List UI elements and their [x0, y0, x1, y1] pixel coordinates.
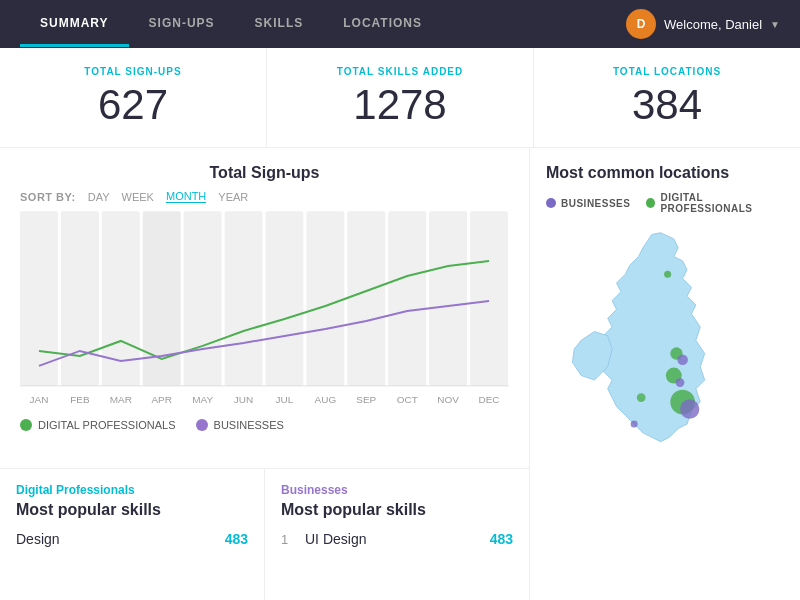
svg-text:NOV: NOV [437, 394, 459, 405]
svg-rect-0 [20, 211, 58, 386]
stat-locations-label: TOTAL LOCATIONS [613, 66, 721, 77]
skill-count-biz-design: 483 [490, 531, 513, 547]
right-panel: Most common locations BUSINESSES DIGITAL… [530, 148, 800, 600]
user-menu[interactable]: D Welcome, Daniel ▼ [626, 9, 780, 39]
stat-skills-value: 1278 [353, 81, 446, 129]
svg-text:AUG: AUG [315, 394, 337, 405]
skill-item-design: Design 483 [16, 531, 248, 547]
svg-rect-9 [388, 211, 426, 386]
svg-rect-11 [470, 211, 508, 386]
stat-locations-value: 384 [632, 81, 702, 129]
tab-locations[interactable]: LOCATIONS [323, 2, 442, 47]
svg-text:DEC: DEC [479, 394, 500, 405]
avatar: D [626, 9, 656, 39]
tab-signups[interactable]: SIGN-UPS [129, 2, 235, 47]
stat-signups-label: TOTAL SIGN-UPS [84, 66, 181, 77]
user-greeting: Welcome, Daniel [664, 17, 762, 32]
stat-skills: TOTAL SKILLS ADDED 1278 [267, 48, 534, 147]
tab-summary[interactable]: SUMMARY [20, 2, 129, 47]
skill-name-biz-design: UI Design [305, 531, 482, 547]
svg-text:JUN: JUN [234, 394, 253, 405]
map-legend-businesses: BUSINESSES [546, 192, 630, 214]
chevron-down-icon: ▼ [770, 19, 780, 30]
sort-label: SORT BY: [20, 191, 76, 203]
skills-biz-heading: Most popular skills [281, 501, 513, 519]
stat-skills-label: TOTAL SKILLS ADDED [337, 66, 464, 77]
sort-year[interactable]: YEAR [218, 191, 248, 203]
legend-label-digital: DIGITAL PROFESSIONALS [38, 419, 176, 431]
uk-map-svg [546, 222, 784, 582]
chart-legend: DIGITAL PROFESSIONALS BUSINESSES [20, 419, 509, 431]
svg-text:APR: APR [151, 394, 171, 405]
map-legend-label-digital: DIGITAL PROFESSIONALS [660, 192, 784, 214]
map-title: Most common locations [546, 164, 784, 182]
tab-skills[interactable]: SKILLS [235, 2, 324, 47]
svg-rect-4 [184, 211, 222, 386]
map-legend-label-businesses: BUSINESSES [561, 198, 630, 209]
stat-locations: TOTAL LOCATIONS 384 [534, 48, 800, 147]
sort-day[interactable]: DAY [88, 191, 110, 203]
navigation: SUMMARY SIGN-UPS SKILLS LOCATIONS D Welc… [0, 0, 800, 48]
svg-rect-1 [61, 211, 99, 386]
skills-digital-col: Digital Professionals Most popular skill… [0, 469, 265, 600]
svg-rect-6 [265, 211, 303, 386]
skills-biz-category: Businesses [281, 483, 513, 497]
legend-digital: DIGITAL PROFESSIONALS [20, 419, 176, 431]
svg-rect-8 [347, 211, 385, 386]
legend-businesses: BUSINESSES [196, 419, 284, 431]
svg-point-29 [676, 378, 685, 387]
svg-text:JUL: JUL [276, 394, 294, 405]
svg-rect-5 [225, 211, 263, 386]
skill-item-biz-design: 1 UI Design 483 [281, 531, 513, 547]
svg-rect-10 [429, 211, 467, 386]
skills-digital-category: Digital Professionals [16, 483, 248, 497]
svg-text:MAR: MAR [110, 394, 132, 405]
svg-text:FEB: FEB [70, 394, 90, 405]
skills-row: Digital Professionals Most popular skill… [0, 468, 529, 600]
skill-name-design: Design [16, 531, 217, 547]
skill-rank-1: 1 [281, 532, 297, 547]
svg-point-32 [631, 421, 638, 428]
skill-count-design: 483 [225, 531, 248, 547]
legend-dot-digital [20, 419, 32, 431]
sort-bar: SORT BY: DAY WEEK MONTH YEAR [20, 190, 509, 203]
svg-point-27 [677, 354, 688, 365]
svg-text:JAN: JAN [30, 394, 49, 405]
svg-text:MAY: MAY [192, 394, 213, 405]
map-legend-dot-digital [646, 198, 655, 208]
chart-svg: JAN FEB MAR APR MAY JUN JUL AUG SEP OCT … [20, 211, 509, 411]
stat-signups: TOTAL SIGN-UPS 627 [0, 48, 267, 147]
stat-signups-value: 627 [98, 81, 168, 129]
sort-month[interactable]: MONTH [166, 190, 206, 203]
map-container [546, 222, 784, 582]
chart-section: Total Sign-ups SORT BY: DAY WEEK MONTH Y… [0, 148, 529, 468]
legend-label-businesses: BUSINESSES [214, 419, 284, 431]
map-legend: BUSINESSES DIGITAL PROFESSIONALS [546, 192, 784, 214]
chart-area: JAN FEB MAR APR MAY JUN JUL AUG SEP OCT … [20, 211, 509, 411]
map-legend-digital: DIGITAL PROFESSIONALS [646, 192, 784, 214]
sort-week[interactable]: WEEK [122, 191, 154, 203]
svg-point-33 [637, 393, 646, 402]
left-panel: Total Sign-ups SORT BY: DAY WEEK MONTH Y… [0, 148, 530, 600]
svg-point-31 [680, 399, 699, 418]
nav-tabs: SUMMARY SIGN-UPS SKILLS LOCATIONS [20, 2, 442, 47]
chart-title: Total Sign-ups [20, 164, 509, 182]
main-content: Total Sign-ups SORT BY: DAY WEEK MONTH Y… [0, 148, 800, 600]
svg-text:OCT: OCT [397, 394, 418, 405]
legend-dot-businesses [196, 419, 208, 431]
svg-text:SEP: SEP [356, 394, 376, 405]
svg-point-25 [664, 271, 671, 278]
svg-rect-7 [306, 211, 344, 386]
stats-row: TOTAL SIGN-UPS 627 TOTAL SKILLS ADDED 12… [0, 48, 800, 148]
skills-digital-heading: Most popular skills [16, 501, 248, 519]
map-legend-dot-businesses [546, 198, 556, 208]
skills-biz-col: Businesses Most popular skills 1 UI Desi… [265, 469, 529, 600]
